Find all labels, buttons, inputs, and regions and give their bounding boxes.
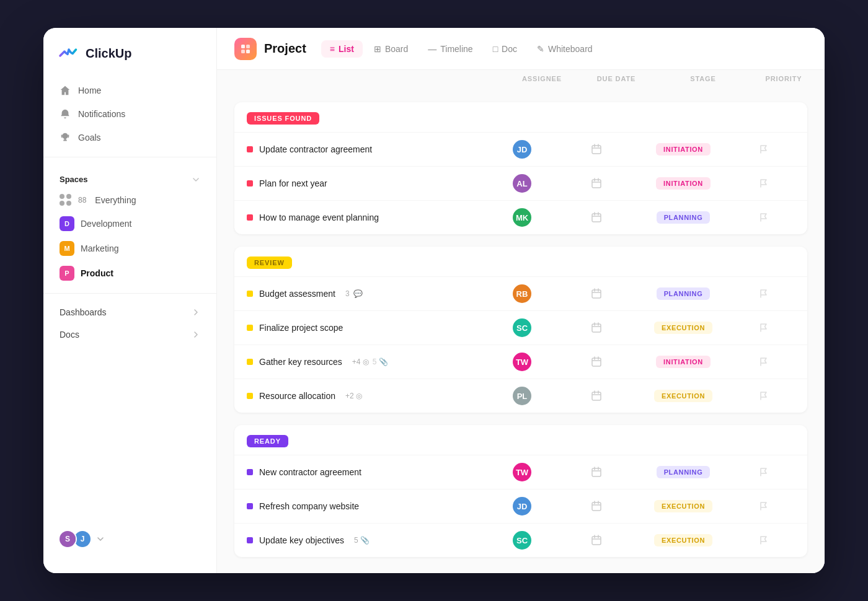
task-row[interactable]: Budget assessment 3 💬 RB — [234, 276, 807, 310]
task-dot — [247, 180, 253, 186]
task-row[interactable]: Resource allocation +2 ◎ PL — [234, 379, 807, 413]
task-row[interactable]: New contractor agreement TW — [234, 455, 807, 489]
stage-badge: EXECUTION — [654, 390, 712, 402]
notifications-label: Notifications — [78, 109, 125, 119]
sidebar-item-marketing[interactable]: M Marketing — [51, 236, 209, 261]
assignee-cell: MK — [485, 208, 559, 227]
task-row[interactable]: Plan for next year AL — [234, 166, 807, 200]
spaces-label: Spaces — [60, 175, 88, 184]
avatar: SC — [513, 318, 531, 337]
task-row[interactable]: Finalize project scope SC — [234, 310, 807, 344]
avatar: SC — [513, 531, 531, 550]
assignee-cell: SC — [485, 318, 559, 337]
tab-timeline[interactable]: — Timeline — [419, 40, 481, 58]
col-priority: PRIORITY — [753, 75, 815, 82]
chevron-right-docs-icon — [192, 330, 200, 339]
svg-rect-7 — [592, 290, 601, 298]
assignee-cell: SC — [485, 531, 559, 550]
task-name-cell: Finalize project scope — [247, 323, 485, 333]
assignee-cell: TW — [485, 353, 559, 371]
task-name-cell: Resource allocation +2 ◎ — [247, 391, 485, 401]
svg-rect-13 — [592, 537, 601, 545]
calendar-icon — [591, 322, 602, 333]
svg-rect-12 — [592, 502, 601, 511]
task-name-cell: Plan for next year — [247, 178, 485, 188]
avatar: AL — [513, 174, 531, 193]
content-area: ISSUES FOUND Update contractor agreement… — [217, 90, 825, 573]
priority-cell — [733, 144, 795, 154]
stage-badge: EXECUTION — [654, 500, 712, 512]
sidebar-item-home[interactable]: Home — [51, 79, 209, 102]
priority-cell — [733, 391, 795, 401]
task-name-cell: Update contractor agreement — [247, 144, 485, 154]
tab-whiteboard[interactable]: ✎ Whiteboard — [528, 40, 601, 58]
flag-icon — [759, 213, 769, 222]
task-row[interactable]: Update key objectives 5 📎 SC — [234, 523, 807, 557]
flag-icon — [759, 357, 769, 367]
due-date-cell — [559, 356, 634, 367]
docs-label: Docs — [60, 330, 79, 340]
task-name: Finalize project scope — [259, 323, 343, 333]
flag-icon — [759, 323, 769, 333]
calendar-icon — [591, 535, 602, 546]
stage-badge: PLANNING — [657, 466, 711, 478]
calendar-icon — [591, 356, 602, 367]
col-task — [227, 75, 505, 82]
due-date-cell — [559, 467, 634, 478]
calendar-icon — [591, 390, 602, 401]
tab-doc[interactable]: □ Doc — [484, 40, 526, 58]
assignee-cell: RB — [485, 284, 559, 303]
due-date-cell — [559, 390, 634, 401]
stage-badge: INITIATION — [656, 356, 711, 368]
task-meta: +4 ◎ 5 📎 — [352, 358, 388, 366]
stage-cell: INITIATION — [634, 177, 733, 190]
sidebar-item-notifications[interactable]: Notifications — [51, 102, 209, 126]
chevron-down-icon — [192, 175, 200, 184]
home-label: Home — [78, 86, 101, 95]
task-dot — [247, 469, 253, 475]
flag-icon — [759, 501, 769, 511]
flag-icon — [759, 144, 769, 154]
avatar: JD — [513, 497, 531, 515]
priority-cell — [733, 357, 795, 367]
list-tab-icon: ≡ — [330, 44, 335, 54]
task-name: Gather key resources — [259, 357, 342, 367]
due-date-cell — [559, 501, 634, 512]
svg-rect-2 — [241, 50, 245, 53]
calendar-icon — [591, 467, 602, 478]
task-dot — [247, 359, 253, 365]
avatar: RB — [513, 284, 531, 303]
flag-icon — [759, 467, 769, 477]
task-name-cell: Refresh company website — [247, 501, 485, 511]
sidebar-item-product[interactable]: P Product — [51, 261, 209, 286]
assignee-cell: TW — [485, 463, 559, 481]
task-row[interactable]: Refresh company website JD — [234, 489, 807, 523]
avatar: MK — [513, 208, 531, 227]
section-review: REVIEW Budget assessment 3 💬 RB — [234, 247, 807, 413]
task-row[interactable]: Gather key resources +4 ◎ 5 📎 TW — [234, 344, 807, 379]
task-name: How to manage event planning — [259, 213, 379, 222]
home-icon — [60, 85, 71, 96]
sidebar-item-everything[interactable]: 88 Everything — [51, 189, 209, 211]
task-row[interactable]: Update contractor agreement JD — [234, 132, 807, 166]
whiteboard-tab-label: Whiteboard — [548, 44, 593, 54]
tab-board[interactable]: ⊞ Board — [365, 40, 417, 58]
task-dot — [247, 393, 253, 399]
stage-cell: EXECUTION — [634, 534, 733, 546]
sidebar-item-development[interactable]: D Development — [51, 211, 209, 236]
sidebar-item-goals[interactable]: Goals — [51, 126, 209, 149]
task-row[interactable]: How to manage event planning MK — [234, 200, 807, 234]
task-name: Update key objectives — [259, 535, 344, 545]
calendar-icon — [591, 501, 602, 512]
tab-list[interactable]: ≡ List — [321, 40, 363, 58]
sidebar-item-docs[interactable]: Docs — [51, 323, 209, 346]
assignee-cell: JD — [485, 140, 559, 159]
avatar: TW — [513, 463, 531, 481]
everything-icon — [60, 194, 72, 206]
priority-cell — [733, 323, 795, 333]
badge-ready: READY — [247, 435, 288, 447]
svg-rect-6 — [592, 214, 601, 222]
sidebar-item-dashboards[interactable]: Dashboards — [51, 301, 209, 323]
avatar: JD — [513, 140, 531, 159]
task-name: Refresh company website — [259, 501, 359, 511]
